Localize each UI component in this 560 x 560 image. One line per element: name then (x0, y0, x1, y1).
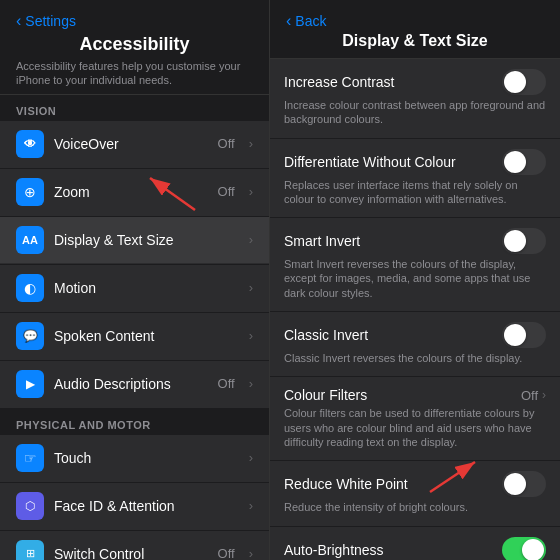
smart-invert-knob (504, 230, 526, 252)
back-button[interactable]: Settings (25, 13, 76, 29)
menu-item-audio-desc[interactable]: ▶ Audio Descriptions Off › (0, 361, 269, 408)
menu-item-switch-control[interactable]: ⊞ Switch Control Off › (0, 531, 269, 560)
display-icon: AA (16, 226, 44, 254)
face-id-label: Face ID & Attention (54, 498, 239, 514)
increase-contrast-toggle[interactable] (502, 69, 546, 95)
switch-control-label: Switch Control (54, 546, 208, 560)
colour-filters-value-row: Off › (521, 388, 546, 403)
audio-icon: ▶ (16, 370, 44, 398)
left-header: ‹ Settings Accessibility Accessibility f… (0, 0, 269, 95)
zoom-icon: ⊕ (16, 178, 44, 206)
auto-brightness-toggle[interactable] (502, 537, 546, 560)
motion-icon: ◐ (16, 274, 44, 302)
menu-item-display-text-size[interactable]: AA Display & Text Size › (0, 217, 269, 264)
zoom-label: Zoom (54, 184, 208, 200)
colour-filters-label: Colour Filters (284, 387, 367, 403)
reduce-white-point-toggle[interactable] (502, 471, 546, 497)
audio-label: Audio Descriptions (54, 376, 208, 392)
voiceover-chevron: › (249, 136, 253, 151)
audio-value: Off (218, 376, 235, 391)
right-back-nav[interactable]: ‹ Back (286, 12, 326, 30)
smart-invert-label: Smart Invert (284, 233, 360, 249)
colour-filters-chevron: › (542, 388, 546, 402)
right-title: Display & Text Size (342, 32, 488, 50)
voiceover-value: Off (218, 136, 235, 151)
differentiate-knob (504, 151, 526, 173)
differentiate-label: Differentiate Without Colour (284, 154, 456, 170)
face-id-icon: ⬡ (16, 492, 44, 520)
setting-differentiate: Differentiate Without Colour Replaces us… (270, 139, 560, 218)
face-id-chevron: › (249, 498, 253, 513)
reduce-white-point-knob (504, 473, 526, 495)
reduce-white-point-desc: Reduce the intensity of bright colours. (284, 500, 546, 514)
section-motor-label: PHYSICAL AND MOTOR (0, 409, 269, 435)
classic-invert-knob (504, 324, 526, 346)
auto-brightness-knob (522, 539, 544, 560)
voiceover-label: VoiceOver (54, 136, 208, 152)
classic-invert-label: Classic Invert (284, 327, 368, 343)
left-panel: ‹ Settings Accessibility Accessibility f… (0, 0, 270, 560)
setting-reduce-white-point: Reduce White Point Reduce the intensity … (270, 461, 560, 525)
display-label: Display & Text Size (54, 232, 239, 248)
touch-chevron: › (249, 450, 253, 465)
zoom-value: Off (218, 184, 235, 199)
right-chevron-left-icon: ‹ (286, 12, 291, 30)
left-subtitle: Accessibility features help you customis… (16, 59, 253, 88)
setting-increase-contrast: Increase Contrast Increase colour contra… (270, 59, 560, 138)
setting-colour-filters[interactable]: Colour Filters Off › Colour filters can … (270, 377, 560, 460)
classic-invert-desc: Classic Invert reverses the colours of t… (284, 351, 546, 365)
spoken-icon: 💬 (16, 322, 44, 350)
switch-control-chevron: › (249, 546, 253, 560)
auto-brightness-label: Auto-Brightness (284, 542, 384, 558)
motion-chevron: › (249, 280, 253, 295)
section-vision-label: VISION (0, 95, 269, 121)
zoom-chevron: › (249, 184, 253, 199)
setting-classic-invert: Classic Invert Classic Invert reverses t… (270, 312, 560, 376)
left-title: Accessibility (16, 34, 253, 55)
touch-label: Touch (54, 450, 239, 466)
touch-icon: ☞ (16, 444, 44, 472)
motion-label: Motion (54, 280, 239, 296)
menu-item-motion[interactable]: ◐ Motion › (0, 265, 269, 312)
menu-item-spoken-content[interactable]: 💬 Spoken Content › (0, 313, 269, 360)
menu-item-touch[interactable]: ☞ Touch › (0, 435, 269, 482)
classic-invert-toggle[interactable] (502, 322, 546, 348)
smart-invert-toggle[interactable] (502, 228, 546, 254)
switch-control-value: Off (218, 546, 235, 560)
spoken-chevron: › (249, 328, 253, 343)
right-header: ‹ Back Display & Text Size (270, 0, 560, 59)
menu-item-face-id[interactable]: ⬡ Face ID & Attention › (0, 483, 269, 530)
menu-item-zoom[interactable]: ⊕ Zoom Off › (0, 169, 269, 216)
increase-contrast-label: Increase Contrast (284, 74, 395, 90)
colour-filters-value: Off (521, 388, 538, 403)
reduce-white-point-label: Reduce White Point (284, 476, 408, 492)
audio-chevron: › (249, 376, 253, 391)
setting-smart-invert: Smart Invert Smart Invert reverses the c… (270, 218, 560, 311)
display-chevron: › (249, 232, 253, 247)
menu-item-voiceover[interactable]: 👁 VoiceOver Off › (0, 121, 269, 168)
switch-control-icon: ⊞ (16, 540, 44, 560)
increase-contrast-knob (504, 71, 526, 93)
colour-filters-desc: Colour filters can be used to differenti… (284, 406, 546, 449)
right-panel: ‹ Back Display & Text Size Increase Cont… (270, 0, 560, 560)
chevron-left-icon: ‹ (16, 12, 21, 30)
voiceover-icon: 👁 (16, 130, 44, 158)
setting-auto-brightness: Auto-Brightness Turning off auto-brightn… (270, 527, 560, 560)
differentiate-desc: Replaces user interface items that rely … (284, 178, 546, 207)
smart-invert-desc: Smart Invert reverses the colours of the… (284, 257, 546, 300)
back-nav[interactable]: ‹ Settings (16, 12, 253, 30)
increase-contrast-desc: Increase colour contrast between app for… (284, 98, 546, 127)
differentiate-toggle[interactable] (502, 149, 546, 175)
spoken-label: Spoken Content (54, 328, 239, 344)
right-back-button[interactable]: Back (295, 13, 326, 29)
